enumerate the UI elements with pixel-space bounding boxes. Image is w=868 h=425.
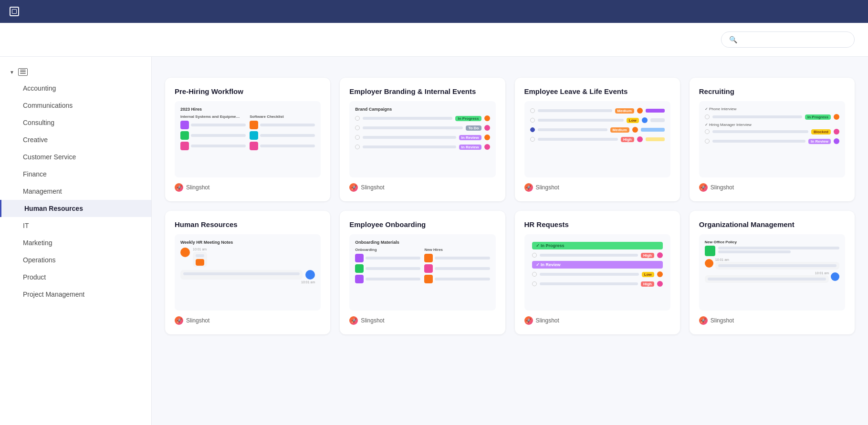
slingshot-logo-icon	[524, 183, 533, 192]
template-title: Employee Onboarding	[349, 220, 495, 228]
template-preview: Medium Low Medium High	[524, 101, 670, 177]
slingshot-logo-icon	[349, 316, 358, 325]
sidebar-item-human-resources[interactable]: Human Resources	[0, 200, 151, 217]
template-preview: ✓ Phone Interview In Progress ✓ Hiring M…	[699, 101, 845, 177]
template-title: Organizational Management	[699, 220, 845, 228]
search-icon: 🔍	[729, 36, 737, 43]
slingshot-logo-icon	[699, 183, 708, 192]
template-footer: Slingshot	[175, 316, 321, 325]
template-author: Slingshot	[536, 184, 559, 191]
svg-rect-2	[20, 73, 26, 74]
sidebar-item-finance[interactable]: Finance	[0, 166, 151, 183]
template-title: HR Requests	[524, 220, 670, 228]
sidebar-item-consulting[interactable]: Consulting	[0, 114, 151, 131]
template-footer: Slingshot	[524, 183, 670, 192]
sidebar-item-project-management[interactable]: Project Management	[0, 286, 151, 303]
template-author: Slingshot	[711, 317, 734, 324]
template-title: Employer Branding & Internal Events	[349, 87, 495, 95]
sidebar-item-communications[interactable]: Communications	[0, 97, 151, 114]
template-preview: Weekly HR Meeting Notes 10:01 am 10:01 a…	[175, 234, 321, 311]
template-preview: Onboarding Materials Onboarding New Hire…	[349, 234, 495, 311]
template-title: Pre-Hiring Workflow	[175, 87, 321, 95]
template-preview: New Office Policy 10:01 am	[699, 234, 845, 311]
template-footer: Slingshot	[175, 183, 321, 192]
template-grid: Pre-Hiring Workflow 2023 Hires Internal …	[165, 78, 855, 334]
sidebar-item-marketing[interactable]: Marketing	[0, 234, 151, 251]
template-card-employee-onboarding[interactable]: Employee Onboarding Onboarding Materials…	[340, 211, 505, 334]
template-preview: Brand Campaigns In Progress To Do In Rev…	[349, 101, 495, 177]
sidebar-item-it[interactable]: IT	[0, 217, 151, 234]
sidebar-item-management[interactable]: Management	[0, 183, 151, 200]
template-title: Human Resources	[175, 220, 321, 228]
app-icon	[10, 7, 19, 16]
sidebar-item-customer-service[interactable]: Customer Service	[0, 148, 151, 166]
template-card-employee-leave[interactable]: Employee Leave & Life Events Medium Low …	[515, 78, 680, 201]
title-bar	[0, 0, 868, 23]
template-author: Slingshot	[536, 317, 559, 324]
template-author: Slingshot	[361, 317, 384, 324]
section-icon	[18, 68, 28, 76]
template-card-human-resources[interactable]: Human Resources Weekly HR Meeting Notes …	[165, 211, 330, 334]
title-bar-left	[10, 7, 24, 16]
template-card-org-management[interactable]: Organizational Management New Office Pol…	[690, 211, 855, 334]
template-footer: Slingshot	[699, 183, 845, 192]
slingshot-logo-icon	[349, 183, 358, 192]
template-card-pre-hiring[interactable]: Pre-Hiring Workflow 2023 Hires Internal …	[165, 78, 330, 201]
search-bar[interactable]: 🔍	[721, 31, 855, 48]
template-author: Slingshot	[186, 317, 209, 324]
template-preview: 2023 Hires Internal Systems and Equipme……	[175, 101, 321, 177]
sidebar-item-accounting[interactable]: Accounting	[0, 80, 151, 97]
template-card-employer-branding[interactable]: Employer Branding & Internal Events Bran…	[340, 78, 505, 201]
slingshot-logo-icon	[175, 316, 183, 325]
template-footer: Slingshot	[349, 316, 495, 325]
template-author: Slingshot	[711, 184, 734, 191]
template-title: Recruiting	[699, 87, 845, 95]
chevron-down-icon: ▼	[10, 70, 14, 75]
page-header: 🔍	[0, 23, 868, 57]
sidebar-item-creative[interactable]: Creative	[0, 131, 151, 148]
template-author: Slingshot	[361, 184, 384, 191]
svg-rect-0	[20, 70, 26, 71]
content-area: ▼ AccountingCommunicationsConsultingCrea…	[0, 57, 868, 425]
template-footer: Slingshot	[349, 183, 495, 192]
template-card-recruiting[interactable]: Recruiting ✓ Phone Interview In Progress…	[690, 78, 855, 201]
sidebar-section-header[interactable]: ▼	[0, 64, 151, 80]
template-author: Slingshot	[186, 184, 209, 191]
svg-rect-1	[20, 72, 26, 73]
search-input[interactable]	[741, 36, 847, 43]
template-title: Employee Leave & Life Events	[524, 87, 670, 95]
sidebar-item-operations[interactable]: Operations	[0, 251, 151, 269]
slingshot-logo-icon	[175, 183, 183, 192]
slingshot-logo-icon	[524, 316, 533, 325]
template-footer: Slingshot	[699, 316, 845, 325]
sidebar-items-list: AccountingCommunicationsConsultingCreati…	[0, 80, 151, 303]
sidebar: ▼ AccountingCommunicationsConsultingCrea…	[0, 57, 152, 425]
template-preview: ✓ In Progress High ✓ In Review Low High	[524, 234, 670, 311]
template-card-hr-requests[interactable]: HR Requests ✓ In Progress High ✓ In Revi…	[515, 211, 680, 334]
slingshot-logo-icon	[699, 316, 708, 325]
sidebar-item-product[interactable]: Product	[0, 269, 151, 286]
main-content: Pre-Hiring Workflow 2023 Hires Internal …	[152, 57, 868, 425]
template-footer: Slingshot	[524, 316, 670, 325]
